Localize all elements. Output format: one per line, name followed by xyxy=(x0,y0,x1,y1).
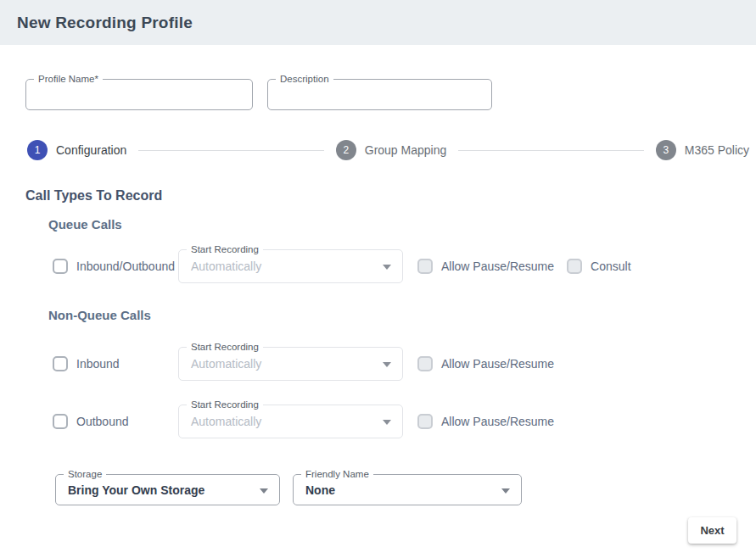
queue-start-recording-value: Automatically xyxy=(179,259,287,273)
outbound-start-recording-value: Automatically xyxy=(179,415,287,428)
queue-consult-checkbox[interactable] xyxy=(567,259,582,274)
wizard-stepper: 1 Configuration 2 Group Mapping 3 M365 P… xyxy=(27,140,749,160)
queue-allow-pause-resume-group: Allow Pause/Resume xyxy=(417,259,554,274)
queue-start-recording-select[interactable]: Start Recording Automatically xyxy=(178,249,403,283)
inbound-start-recording-select[interactable]: Start Recording Automatically xyxy=(178,347,403,381)
stepper-connector xyxy=(138,150,323,151)
page-title: New Recording Profile xyxy=(17,14,193,32)
caret-down-icon xyxy=(383,420,391,425)
inbound-allow-pause-resume-checkbox[interactable] xyxy=(417,356,433,371)
inbound-outbound-label: Inbound/Outbound xyxy=(76,259,175,273)
step-2-label: Group Mapping xyxy=(365,143,447,157)
storage-label: Storage xyxy=(64,468,106,480)
storage-select[interactable]: Storage Bring Your Own Storage xyxy=(55,474,280,505)
step-group-mapping[interactable]: 2 Group Mapping xyxy=(336,140,447,160)
queue-allow-pause-resume-checkbox[interactable] xyxy=(417,259,433,274)
step-3-label: M365 Policy xyxy=(685,143,749,157)
inbound-label: Inbound xyxy=(76,357,120,371)
friendly-name-select[interactable]: Friendly Name None xyxy=(293,474,522,505)
outbound-allow-pause-resume-checkbox[interactable] xyxy=(417,414,433,429)
outbound-allow-pause-resume-group: Allow Pause/Resume xyxy=(417,414,554,429)
non-queue-calls-heading: Non-Queue Calls xyxy=(48,308,756,322)
outbound-checkbox[interactable] xyxy=(53,414,68,429)
queue-consult-group: Consult xyxy=(567,259,630,274)
description-field: Description xyxy=(267,79,492,110)
call-types-heading: Call Types To Record xyxy=(25,188,756,204)
storage-row: Storage Bring Your Own Storage Friendly … xyxy=(55,474,756,505)
next-button[interactable]: Next xyxy=(688,517,736,544)
new-recording-profile-page: New Recording Profile Profile Name* Desc… xyxy=(0,0,756,558)
step-2-circle: 2 xyxy=(336,140,356,160)
non-queue-inbound-row: Inbound Start Recording Automatically Al… xyxy=(53,347,756,381)
inbound-checkbox[interactable] xyxy=(53,356,68,371)
stepper-connector xyxy=(458,150,643,151)
outbound-label: Outbound xyxy=(76,415,129,428)
inbound-allow-pause-resume-group: Allow Pause/Resume xyxy=(417,356,554,371)
caret-down-icon xyxy=(383,362,391,367)
outbound-allow-pause-resume-label: Allow Pause/Resume xyxy=(441,415,554,428)
caret-down-icon xyxy=(383,265,391,270)
inbound-checkbox-group: Inbound xyxy=(53,356,178,371)
non-queue-outbound-row: Outbound Start Recording Automatically A… xyxy=(53,405,756,438)
inbound-outbound-checkbox-group: Inbound/Outbound xyxy=(53,259,178,274)
inbound-outbound-checkbox[interactable] xyxy=(53,259,68,274)
page-header: New Recording Profile xyxy=(0,0,756,45)
inbound-start-recording-value: Automatically xyxy=(179,357,287,371)
queue-call-row: Inbound/Outbound Start Recording Automat… xyxy=(53,249,756,283)
outbound-start-recording-select[interactable]: Start Recording Automatically xyxy=(178,405,403,438)
caret-down-icon xyxy=(260,488,268,494)
friendly-name-value: None xyxy=(294,483,361,497)
profile-fields-row: Profile Name* Description xyxy=(25,79,756,110)
step-configuration[interactable]: 1 Configuration xyxy=(27,140,126,160)
inbound-allow-pause-resume-label: Allow Pause/Resume xyxy=(441,357,554,371)
step-3-circle: 3 xyxy=(656,140,676,160)
outbound-start-recording-label: Start Recording xyxy=(187,399,263,410)
queue-allow-pause-resume-label: Allow Pause/Resume xyxy=(441,259,554,273)
friendly-name-label: Friendly Name xyxy=(301,468,373,480)
step-m365-policy[interactable]: 3 M365 Policy xyxy=(656,140,749,160)
caret-down-icon xyxy=(501,488,510,494)
inbound-start-recording-label: Start Recording xyxy=(187,341,263,353)
profile-name-field: Profile Name* xyxy=(25,79,253,110)
step-1-label: Configuration xyxy=(56,143,126,157)
storage-value: Bring Your Own Storage xyxy=(56,483,230,497)
outbound-checkbox-group: Outbound xyxy=(53,414,178,429)
queue-start-recording-label: Start Recording xyxy=(187,243,263,255)
queue-calls-heading: Queue Calls xyxy=(48,217,756,232)
step-1-circle: 1 xyxy=(27,140,48,160)
queue-consult-label: Consult xyxy=(591,259,630,273)
profile-name-label: Profile Name* xyxy=(34,73,103,85)
description-label: Description xyxy=(276,73,333,85)
